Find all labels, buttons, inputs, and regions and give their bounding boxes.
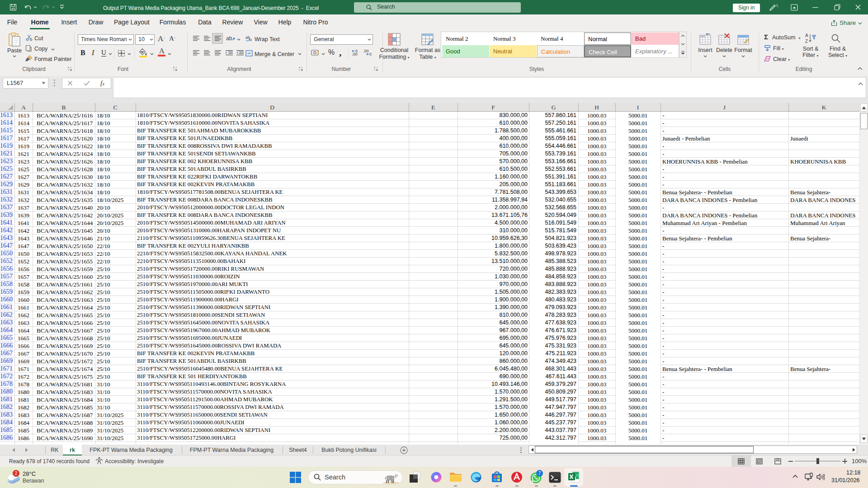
svg-text:0: 0	[369, 52, 372, 56]
svg-text:0: 0	[355, 49, 358, 53]
svg-text:.00: .00	[363, 49, 369, 53]
svg-text:A: A	[805, 33, 808, 38]
svg-text:ab: ab	[226, 35, 232, 42]
svg-text:Z: Z	[805, 39, 808, 44]
